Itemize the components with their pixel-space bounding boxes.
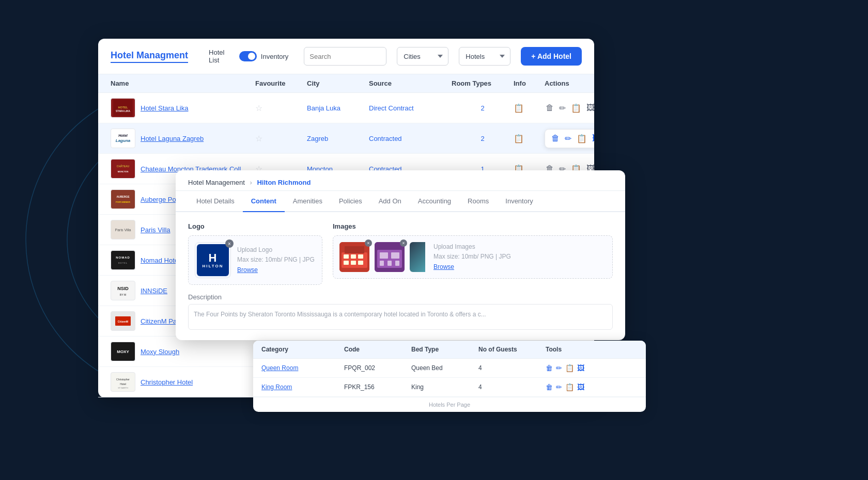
image-thumb-wrapper-2: × bbox=[375, 242, 405, 272]
tab-hotel-details[interactable]: Hotel Details bbox=[188, 191, 243, 212]
description-text[interactable]: The Four Points by Sheraton Toronto Miss… bbox=[188, 304, 613, 330]
tab-inventory[interactable]: Inventory bbox=[497, 191, 541, 212]
room-copy-icon[interactable]: 📋 bbox=[565, 364, 574, 372]
hotel-name-link[interactable]: Moxy Slough bbox=[141, 348, 179, 356]
svg-rect-9 bbox=[113, 160, 133, 178]
room-delete-icon[interactable]: 🗑 bbox=[546, 364, 553, 372]
breadcrumb-parent[interactable]: Hotel Management bbox=[188, 179, 245, 186]
info-icon[interactable]: 📋 bbox=[514, 134, 524, 143]
tab-policies[interactable]: Policies bbox=[331, 191, 370, 212]
image-icon[interactable]: 🖼 bbox=[591, 133, 594, 144]
room-category-link[interactable]: King Room bbox=[261, 383, 344, 391]
room-delete-icon[interactable]: 🗑 bbox=[546, 383, 553, 391]
room-edit-icon[interactable]: ✏ bbox=[556, 383, 562, 391]
info-icon[interactable]: 📋 bbox=[514, 104, 524, 113]
hilton-logo: H HILTON bbox=[197, 244, 229, 276]
col-info: Info bbox=[514, 79, 545, 87]
svg-rect-46 bbox=[388, 261, 392, 266]
detail-content: Logo × H HILTON Upload Logo Max size: 10… bbox=[176, 212, 625, 340]
svg-rect-35 bbox=[351, 254, 356, 259]
action-icons-highlighted: 🗑 ✏ 📋 🖼 bbox=[545, 129, 594, 148]
room-copy-icon[interactable]: 📋 bbox=[565, 383, 574, 391]
room-bed-type: King bbox=[411, 383, 478, 391]
room-table-header: Category Code Bed Type No of Guests Tool… bbox=[253, 341, 646, 359]
svg-rect-45 bbox=[380, 261, 384, 266]
hotel-name-cell: MOXY Moxy Slough bbox=[111, 342, 255, 361]
svg-text:Hotel: Hotel bbox=[118, 134, 128, 137]
description-section: Description The Four Points by Sheraton … bbox=[188, 293, 613, 330]
hotel-name-link[interactable]: Hotel Stara Lika bbox=[141, 104, 189, 112]
hotel-name-link[interactable]: Nomad Hotel bbox=[141, 257, 180, 264]
images-browse-link[interactable]: Browse bbox=[433, 263, 454, 270]
add-hotel-button[interactable]: + Add Hotel bbox=[521, 47, 582, 66]
svg-text:Paris Villa: Paris Villa bbox=[115, 228, 131, 232]
info-cell: 📋 bbox=[514, 134, 545, 143]
svg-text:Hotel: Hotel bbox=[120, 382, 126, 386]
favourite-star[interactable]: ☆ bbox=[255, 104, 262, 113]
room-guests: 4 bbox=[478, 383, 546, 391]
tab-addon[interactable]: Add On bbox=[370, 191, 410, 212]
hotel-name-link[interactable]: Christopher Hotel bbox=[141, 378, 193, 386]
tab-content[interactable]: Content bbox=[243, 191, 285, 212]
room-table-row: King Room FPKR_156 King 4 🗑 ✏ 📋 🖼 bbox=[253, 378, 646, 397]
tab-rooms[interactable]: Rooms bbox=[459, 191, 497, 212]
hotel-logo: AUBERGE PORT-MENIER bbox=[111, 189, 135, 209]
hotel-name-cell: Hotel Laguna Hotel Laguna Zagreb bbox=[111, 129, 255, 148]
logo-remove-button[interactable]: × bbox=[225, 239, 234, 248]
svg-text:CitizenM: CitizenM bbox=[118, 320, 129, 323]
svg-rect-12 bbox=[113, 190, 133, 208]
room-table-row: Queen Room FPQR_002 Queen Bed 4 🗑 ✏ 📋 🖼 bbox=[253, 359, 646, 378]
col-tools: Tools bbox=[546, 346, 638, 353]
room-actions: 🗑 ✏ 📋 🖼 bbox=[546, 364, 638, 372]
image-icon[interactable]: 🖼 bbox=[585, 102, 594, 114]
breadcrumb: Hotel Management › Hilton Richmond bbox=[176, 170, 625, 191]
image-remove-button-1[interactable]: × bbox=[365, 239, 372, 247]
copy-icon[interactable]: 📋 bbox=[570, 102, 582, 114]
info-cell: 📋 bbox=[514, 103, 545, 113]
hotel-name-cell: HOTEL STARA LIKA Hotel Stara Lika bbox=[111, 98, 255, 118]
room-image-icon[interactable]: 🖼 bbox=[577, 364, 584, 372]
images-upload-label: Upload Images bbox=[433, 243, 475, 250]
col-source: Source bbox=[369, 79, 452, 87]
svg-rect-17 bbox=[113, 251, 133, 269]
edit-icon[interactable]: ✏ bbox=[564, 133, 572, 145]
tab-amenities[interactable]: Amenities bbox=[285, 191, 331, 212]
svg-rect-38 bbox=[351, 261, 356, 265]
svg-text:NOMAD: NOMAD bbox=[116, 256, 130, 259]
room-edit-icon[interactable]: ✏ bbox=[556, 364, 562, 372]
delete-icon[interactable]: 🗑 bbox=[550, 133, 561, 144]
search-input[interactable] bbox=[304, 47, 386, 66]
favourite-cell: ☆ bbox=[255, 134, 307, 143]
images-upload-size: Max size: 10mb/ PNG | JPG bbox=[433, 253, 511, 260]
hotel-logo: Paris Villa bbox=[111, 220, 135, 239]
favourite-star[interactable]: ☆ bbox=[255, 134, 262, 143]
breadcrumb-current: Hilton Richmond bbox=[257, 179, 311, 186]
edit-icon[interactable]: ✏ bbox=[558, 102, 567, 114]
source-cell: Contracted bbox=[369, 135, 452, 142]
description-label: Description bbox=[188, 293, 613, 301]
col-code: Code bbox=[344, 346, 411, 353]
panel-header: Hotel Managment Hotel List Inventory Cit… bbox=[98, 39, 594, 74]
hotel-name-link[interactable]: Hotel Laguna Zagreb bbox=[141, 135, 204, 142]
logo-browse-link[interactable]: Browse bbox=[237, 266, 258, 274]
cities-dropdown[interactable]: Cities bbox=[397, 47, 448, 66]
images-label: Images bbox=[333, 222, 613, 230]
tab-accounting[interactable]: Accounting bbox=[410, 191, 459, 212]
image-remove-button-2[interactable]: × bbox=[400, 239, 407, 247]
logo-label: Logo bbox=[188, 222, 322, 230]
hotels-dropdown[interactable]: Hotels bbox=[459, 47, 510, 66]
svg-rect-39 bbox=[358, 261, 363, 265]
hotel-logo: HOTEL STARA LIKA bbox=[111, 98, 135, 118]
hotel-name-link[interactable]: Paris Villa bbox=[141, 226, 171, 234]
col-no-of-guests: No of Guests bbox=[478, 346, 546, 353]
hotel-name-link[interactable]: INNSiDE bbox=[141, 287, 167, 295]
room-image-icon[interactable]: 🖼 bbox=[577, 383, 584, 391]
delete-icon[interactable]: 🗑 bbox=[545, 102, 555, 114]
source-cell: Direct Contract bbox=[369, 104, 452, 112]
room-category-link[interactable]: Queen Room bbox=[261, 364, 344, 372]
logo-section: Logo × H HILTON Upload Logo Max size: 10… bbox=[188, 222, 322, 285]
inventory-toggle[interactable] bbox=[239, 51, 257, 61]
copy-icon[interactable]: 📋 bbox=[576, 133, 588, 145]
image-thumb-wrapper-1: × bbox=[339, 242, 369, 272]
table-header: Name Favourite City Source Room Types In… bbox=[98, 74, 594, 93]
